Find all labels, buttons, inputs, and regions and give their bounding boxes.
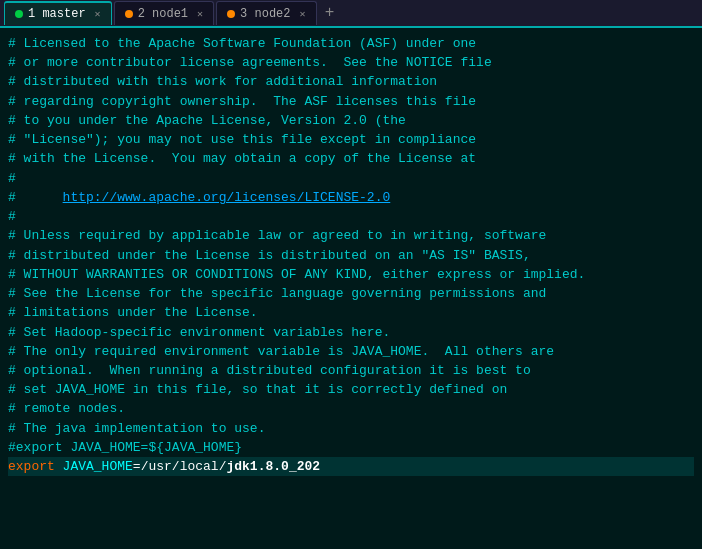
tab-dot-node1 (125, 10, 133, 18)
editor-line: # regarding copyright ownership. The ASF… (8, 92, 694, 111)
editor-line: # http://www.apache.org/licenses/LICENSE… (8, 188, 694, 207)
editor-line: # with the License. You may obtain a cop… (8, 149, 694, 168)
tab-label-node2: 3 node2 (240, 7, 290, 21)
editor-line: # WITHOUT WARRANTIES OR CONDITIONS OF AN… (8, 265, 694, 284)
editor-line: # distributed under the License is distr… (8, 246, 694, 265)
editor-line: # See the License for the specific langu… (8, 284, 694, 303)
tab-node1[interactable]: 2 node1 ✕ (114, 1, 214, 25)
editor-line: # remote nodes. (8, 399, 694, 418)
tab-label-node1: 2 node1 (138, 7, 188, 21)
editor-line: # or more contributor license agreements… (8, 53, 694, 72)
editor-line: # (8, 207, 694, 226)
editor-line: #export JAVA_HOME=${JAVA_HOME} (8, 438, 694, 457)
editor-line: # Unless required by applicable law or a… (8, 226, 694, 245)
tab-close-node2[interactable]: ✕ (300, 8, 306, 20)
editor-line: # to you under the Apache License, Versi… (8, 111, 694, 130)
editor: # Licensed to the Apache Software Founda… (0, 28, 702, 549)
tab-add-button[interactable]: + (319, 2, 341, 24)
editor-line: # The only required environment variable… (8, 342, 694, 361)
editor-line: # limitations under the License. (8, 303, 694, 322)
editor-line: # set JAVA_HOME in this file, so that it… (8, 380, 694, 399)
editor-line: # Set Hadoop-specific environment variab… (8, 323, 694, 342)
tab-dot-master (15, 10, 23, 18)
tab-bar: 1 master ✕ 2 node1 ✕ 3 node2 ✕ + (0, 0, 702, 28)
tab-label-master: 1 master (28, 7, 86, 21)
editor-line: # Licensed to the Apache Software Founda… (8, 34, 694, 53)
editor-line: # optional. When running a distributed c… (8, 361, 694, 380)
editor-line: # "License"); you may not use this file … (8, 130, 694, 149)
editor-line: export JAVA_HOME=/usr/local/jdk1.8.0_202 (8, 457, 694, 476)
tab-close-node1[interactable]: ✕ (197, 8, 203, 20)
editor-line: # distributed with this work for additio… (8, 72, 694, 91)
tab-dot-node2 (227, 10, 235, 18)
editor-line: # (8, 169, 694, 188)
tab-close-master[interactable]: ✕ (95, 8, 101, 20)
tab-node2[interactable]: 3 node2 ✕ (216, 1, 316, 25)
tab-master[interactable]: 1 master ✕ (4, 1, 112, 25)
editor-line: # The java implementation to use. (8, 419, 694, 438)
